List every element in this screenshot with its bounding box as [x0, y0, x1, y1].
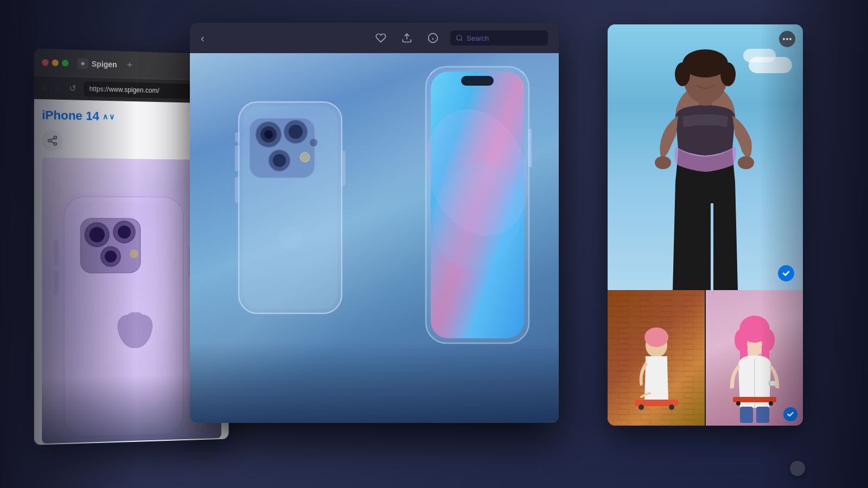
more-options-button[interactable]: [779, 31, 795, 47]
svg-point-36: [273, 154, 286, 167]
heart-icon: [375, 33, 386, 43]
svg-point-77: [736, 401, 741, 406]
spigen-icon: [77, 57, 88, 69]
pink-hair-girl: [725, 310, 784, 424]
forward-button[interactable]: ›: [54, 82, 61, 94]
svg-line-26: [461, 40, 463, 41]
chevron-down-icon: ∨: [109, 112, 114, 121]
svg-point-66: [669, 404, 674, 410]
svg-point-37: [300, 152, 310, 162]
upload-button[interactable]: [398, 29, 416, 47]
main-photo: [608, 24, 803, 290]
svg-point-13: [118, 226, 131, 239]
skater-figure: [629, 313, 684, 421]
search-bar[interactable]: Search: [450, 30, 548, 46]
svg-point-3: [54, 143, 56, 145]
close-button[interactable]: [42, 59, 48, 66]
svg-rect-40: [235, 145, 240, 171]
svg-point-58: [655, 156, 671, 169]
scroll-indicator[interactable]: [790, 461, 805, 476]
svg-rect-80: [756, 407, 769, 423]
info-button[interactable]: [424, 29, 442, 47]
search-placeholder: Search: [467, 34, 489, 42]
traffic-lights: [42, 59, 68, 66]
selected-badge[interactable]: [778, 265, 794, 281]
photo-grid: [608, 290, 803, 426]
refresh-button[interactable]: ↺: [67, 82, 78, 95]
photo-cell-1[interactable]: [608, 290, 706, 426]
chevron-up-icon: ∧: [103, 112, 108, 121]
svg-point-25: [457, 35, 462, 40]
info-icon: [427, 33, 438, 43]
svg-rect-50: [528, 129, 532, 167]
svg-line-4: [51, 142, 54, 143]
svg-rect-42: [235, 132, 240, 142]
svg-point-55: [720, 62, 736, 86]
svg-rect-19: [54, 271, 59, 296]
modal-toolbar: ‹ Search: [190, 23, 559, 53]
photo-cell-2[interactable]: [706, 290, 803, 426]
svg-point-34: [289, 125, 303, 139]
brand-name: Spigen: [92, 59, 117, 68]
svg-rect-79: [740, 407, 753, 423]
center-modal: ‹ Search: [190, 23, 559, 423]
right-panel: [608, 24, 803, 426]
svg-rect-39: [341, 151, 346, 186]
check-icon: [782, 269, 790, 278]
svg-point-11: [93, 230, 101, 239]
maximize-button[interactable]: [62, 60, 68, 66]
product-name: iPhone 14: [42, 108, 99, 123]
svg-rect-76: [733, 397, 776, 402]
upload-icon: [401, 33, 412, 43]
dots-icon: [783, 38, 792, 40]
svg-point-2: [48, 139, 51, 142]
check-icon-small: [787, 410, 794, 418]
svg-line-5: [51, 138, 54, 140]
share-button[interactable]: [42, 130, 63, 151]
svg-point-65: [639, 404, 644, 410]
svg-point-63: [644, 328, 668, 347]
svg-rect-18: [54, 240, 59, 265]
modal-back-button[interactable]: ‹: [201, 32, 205, 44]
svg-point-16: [130, 249, 138, 258]
left-phone-case: [233, 97, 347, 324]
svg-point-54: [675, 62, 690, 86]
site-logo: Spigen: [77, 57, 117, 69]
photo-bg-2: [706, 290, 803, 426]
new-tab-button[interactable]: +: [127, 60, 132, 69]
svg-point-32: [264, 130, 273, 139]
svg-point-78: [769, 401, 773, 406]
svg-point-1: [54, 136, 56, 139]
sort-chevrons[interactable]: ∧ ∨: [103, 112, 114, 121]
svg-rect-41: [235, 177, 240, 203]
url-text: https://www.spigen.com/: [89, 85, 159, 94]
svg-point-38: [310, 139, 317, 146]
favorite-button[interactable]: [372, 29, 390, 47]
bottom-shadow: [190, 342, 559, 423]
back-button[interactable]: ‹: [41, 81, 48, 94]
svg-rect-47: [461, 76, 494, 86]
woman-figure: [624, 41, 787, 290]
svg-point-57: [738, 156, 754, 169]
svg-point-15: [105, 251, 117, 262]
photo-bg-1: [608, 290, 705, 426]
right-phone-case: [423, 64, 532, 346]
search-icon: [456, 34, 463, 42]
svg-point-43: [278, 226, 302, 249]
modal-product-image: [190, 53, 559, 423]
selected-badge-small[interactable]: [783, 407, 797, 421]
minimize-button[interactable]: [52, 59, 59, 66]
share-icon: [47, 135, 58, 146]
